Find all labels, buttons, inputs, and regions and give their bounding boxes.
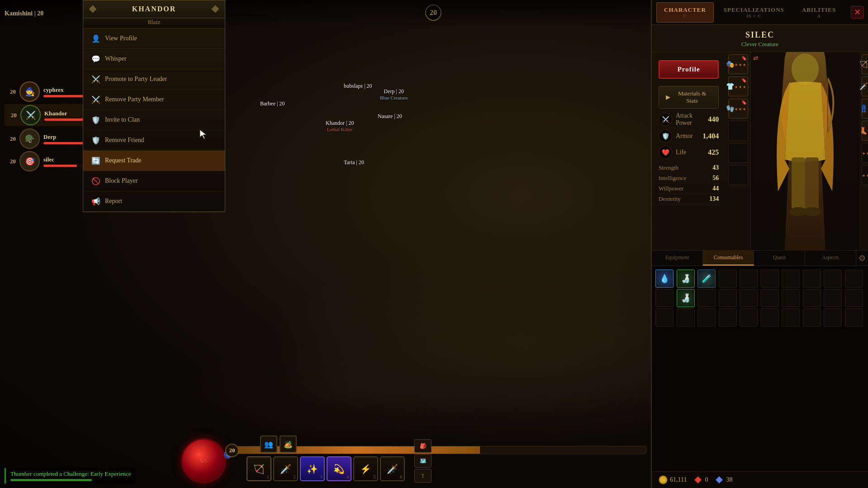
inv-cell-5[interactable]: [740, 270, 758, 288]
equip-slot-head[interactable]: 🔖 🎭 ★★★★: [728, 54, 748, 74]
inv-cell-16[interactable]: [761, 289, 779, 307]
ctx-block-player[interactable]: 🚫 Block Player: [83, 171, 225, 191]
inv-tab-equipment[interactable]: Equipment: [652, 251, 703, 265]
armor-label: Armor: [676, 133, 693, 140]
inv-cell-6[interactable]: [761, 270, 779, 288]
equip-slot-ring2[interactable]: [728, 143, 748, 163]
ctx-request-trade[interactable]: 🔄 Request Trade: [83, 151, 225, 171]
inv-cell-22[interactable]: [677, 308, 695, 327]
equip-slot-legs[interactable]: 🔖 👖 ★★★★: [862, 99, 868, 118]
inv-cell-15[interactable]: [740, 289, 758, 307]
svg-rect-2: [805, 157, 819, 212]
tab-abilities[interactable]: ABILITIES A: [794, 2, 844, 23]
close-button[interactable]: ✕: [851, 6, 863, 19]
inv-cell-19[interactable]: [824, 289, 842, 307]
town-portal[interactable]: T: [414, 469, 432, 483]
chat-message: Thumber completed a Challenge: Early Exp…: [5, 468, 136, 483]
inv-cell-18[interactable]: [803, 289, 821, 307]
armor-value: 1,404: [696, 132, 719, 140]
equip-slot-chest[interactable]: 🔖 👕 ★★★★: [728, 76, 748, 96]
inventory-grid: 💧 🍶 🧪 🍶: [655, 270, 864, 327]
party-avatar-derp[interactable]: 🪖: [19, 128, 40, 149]
skill-slot-5[interactable]: ⚡ 5: [353, 456, 378, 481]
inv-cell-11[interactable]: [655, 289, 674, 307]
skill-slot-4[interactable]: 💫 4: [327, 456, 351, 481]
inv-cell-3[interactable]: 🧪: [697, 270, 716, 288]
inv-cell-26[interactable]: [761, 308, 779, 327]
inv-cell-7[interactable]: [782, 270, 800, 288]
willpower-row: Willpower 44: [659, 184, 719, 194]
tab-character[interactable]: CHARACTER C: [656, 2, 714, 23]
ctx-whisper[interactable]: 💬 Whisper: [83, 49, 225, 69]
party-icon-1[interactable]: 👥: [260, 436, 277, 453]
materials-stats-button[interactable]: ▶ Materials & Stats: [659, 86, 719, 109]
weapon-swap-icon[interactable]: ⇄: [753, 54, 759, 62]
skill-slot-3[interactable]: ✨ 3: [300, 456, 325, 481]
char-stats-left: Profile ▶ Materials & Stats ⚔️ Attack Po…: [652, 52, 726, 250]
inv-tab-consumables-label: Consumables: [714, 254, 743, 261]
inv-cell-8[interactable]: [803, 270, 821, 288]
skill-slot-2[interactable]: 🗡️ 2: [273, 456, 298, 481]
party-avatar-cyphrex[interactable]: 🧙: [19, 81, 40, 102]
inv-tab-consumables[interactable]: Consumables: [703, 251, 754, 265]
skill-slot-1[interactable]: 🏹 1: [247, 456, 271, 481]
inv-tab-quest[interactable]: Quest: [754, 251, 805, 265]
equip-slot-extra2[interactable]: ★★★★◆: [862, 165, 868, 185]
char-model-svg: [760, 52, 850, 250]
inv-cell-10[interactable]: [845, 270, 863, 288]
ctx-remove-friend[interactable]: 🛡️ Remove Friend: [83, 130, 225, 151]
inv-cell-21[interactable]: [655, 308, 674, 327]
remove-friend-icon: 🛡️: [91, 136, 100, 145]
inv-cell-12[interactable]: 🍶: [677, 289, 695, 307]
profile-button[interactable]: Profile: [659, 60, 719, 79]
equip-slot-weapon1[interactable]: 🔖 🏹 ★★★★: [862, 54, 868, 74]
char-model-area: 🔖 🎭 ★★★★ 🔖 👕 ★★★★ 🔖 🧤 ★★★★: [726, 52, 868, 250]
sort-button[interactable]: ⚙: [856, 251, 868, 265]
ctx-view-profile[interactable]: 👤 View Profile: [83, 28, 225, 49]
inv-cell-25[interactable]: [740, 308, 758, 327]
inv-cell-24[interactable]: [719, 308, 737, 327]
inv-cell-23[interactable]: [697, 308, 716, 327]
inv-cell-28[interactable]: [803, 308, 821, 327]
tab-character-label: CHARACTER: [664, 6, 706, 13]
inv-cell-13[interactable]: [697, 289, 716, 307]
equip-slot-ring1[interactable]: [728, 121, 748, 141]
equip-slot-extra1[interactable]: ★★★★◆: [862, 143, 868, 163]
inv-cell-17[interactable]: [782, 289, 800, 307]
inventory-shortcut[interactable]: 🎒: [414, 439, 432, 453]
ctx-invite-clan[interactable]: 🛡️ Invite to Clan: [83, 110, 225, 130]
inv-cell-27[interactable]: [782, 308, 800, 327]
tab-specializations[interactable]: SPECIALIZATIONS Is + C: [716, 2, 792, 23]
view-profile-icon: 👤: [91, 34, 100, 43]
equip-slot-hands[interactable]: 🔖 🧤 ★★★★: [728, 99, 748, 118]
party-icon-2[interactable]: 🏕️: [280, 436, 297, 453]
gold-currency: 61,111: [659, 475, 687, 484]
party-avatar-silec[interactable]: 🎯: [19, 151, 40, 171]
skill-key-6: 6: [400, 474, 403, 479]
party-avatar-wrap-derp: 🪖: [19, 128, 40, 149]
inv-cell-2[interactable]: 🍶: [677, 270, 695, 288]
inv-cell-9[interactable]: [824, 270, 842, 288]
equip-slot-offhand[interactable]: 🔖 🗡️ ★★★★: [862, 76, 868, 96]
ctx-promote[interactable]: ⚔️ Promote to Party Leader: [83, 69, 225, 90]
party-avatar-khandor[interactable]: ⚔️: [20, 105, 41, 125]
skill-key-1: 1: [267, 474, 269, 479]
inv-cell-29[interactable]: [824, 308, 842, 327]
inv-cell-1[interactable]: 💧: [655, 270, 674, 288]
inv-cell-20[interactable]: [845, 289, 863, 307]
equip-slot-amulet[interactable]: [728, 165, 748, 185]
party-level-derp: 20: [5, 135, 16, 142]
world-label-nasare: Nasare | 20: [378, 113, 402, 120]
skill-slot-6[interactable]: 🗡️ 6: [380, 456, 405, 481]
ctx-report[interactable]: 📢 Report: [83, 191, 225, 212]
inv-cell-4[interactable]: [719, 270, 737, 288]
inv-cell-30[interactable]: [845, 308, 863, 327]
map-shortcut[interactable]: 🗺️: [414, 454, 432, 468]
ctx-remove-party[interactable]: ⚔️ Remove Party Member: [83, 90, 225, 110]
inv-tab-aspects[interactable]: Aspects: [805, 251, 856, 265]
ctx-whisper-label: Whisper: [105, 55, 126, 62]
intelligence-value: 56: [712, 175, 719, 182]
equip-slot-boots[interactable]: 🔖 👢 ★★★★: [862, 121, 868, 141]
inv-cell-14[interactable]: [719, 289, 737, 307]
dexterity-row: Dexterity 134: [659, 194, 719, 204]
